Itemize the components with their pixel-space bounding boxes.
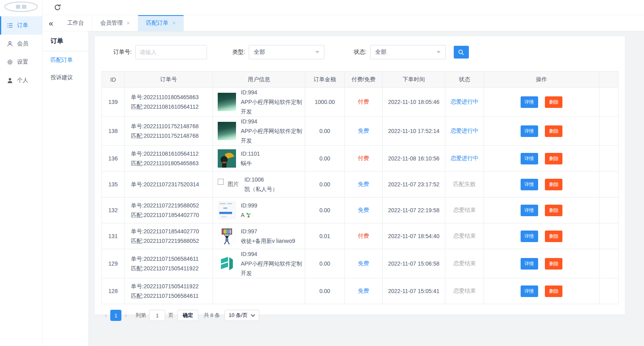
- confirm-button[interactable]: 确定: [178, 310, 198, 321]
- order-status: 匹配失败: [445, 172, 484, 197]
- detail-button[interactable]: 详情: [521, 153, 538, 164]
- content-card: 订单号: 类型: 全部 状态: 全部: [95, 36, 625, 315]
- refresh-icon[interactable]: [54, 4, 61, 11]
- sidebar-item-profile[interactable]: 个人: [0, 71, 42, 90]
- order-id: 135: [102, 172, 125, 197]
- delete-button[interactable]: 删除: [545, 125, 562, 137]
- order-no-label: 订单号:: [113, 49, 132, 56]
- order-id: 131: [102, 223, 125, 249]
- collapse-tabs-icon[interactable]: «: [43, 15, 59, 31]
- delete-button[interactable]: 删除: [545, 285, 562, 297]
- order-no: 单号:202211071506584611: [131, 254, 210, 264]
- delete-button[interactable]: 删除: [545, 179, 562, 190]
- order-amount: 0.00: [305, 278, 345, 304]
- tab-label: 工作台: [67, 20, 84, 27]
- sidebar-item-label: 设置: [17, 59, 28, 66]
- tab-label: 会员管理: [100, 20, 123, 27]
- order-time: 2022-11-07 23:17:52: [382, 172, 445, 197]
- col-header-actions: 操作: [484, 72, 599, 88]
- detail-button[interactable]: 详情: [521, 285, 538, 297]
- type-label: 类型:: [232, 49, 245, 56]
- sidebar-item-orders[interactable]: 订单: [0, 16, 42, 35]
- chevron-down-icon: [315, 51, 319, 53]
- empty-cell: [599, 88, 619, 117]
- match-no: 匹配:202211071854402770: [131, 210, 210, 220]
- table-header-row: ID 订单号 用户信息 订单金额 付费/免费 下单时间 状态 操作: [102, 72, 619, 88]
- close-icon[interactable]: ×: [172, 20, 176, 26]
- match-no: 匹配:202211071505411922: [131, 264, 210, 273]
- empty-cell: [599, 117, 619, 146]
- fee-type: 免费: [345, 278, 382, 304]
- order-status: 恋爱结束: [445, 278, 484, 304]
- user-id: ID:999: [241, 201, 257, 210]
- delete-button[interactable]: 删除: [545, 205, 562, 216]
- empty-cell: [599, 146, 619, 172]
- table-row: 129 单号:202211071506584611 匹配:20221107150…: [102, 249, 619, 278]
- order-id: 136: [102, 146, 125, 172]
- col-header-order-no: 订单号: [125, 72, 213, 88]
- sidebar-item-label: 个人: [17, 77, 28, 84]
- table-row: 135 单号:202211072317520314 图片 ID:1006: [102, 172, 619, 197]
- order-time: 2022-11-07 15:05:41: [382, 278, 445, 304]
- prev-page-icon[interactable]: ‹: [101, 311, 110, 320]
- detail-button[interactable]: 详情: [521, 125, 538, 137]
- delete-button[interactable]: 删除: [545, 96, 562, 108]
- type-select[interactable]: 全部: [249, 45, 324, 59]
- broken-image-icon: [218, 179, 224, 185]
- fee-type: 免费: [345, 117, 382, 146]
- tabbar: « 工作台 会员管理 × 匹配订单 ×: [43, 15, 644, 31]
- user-name: 凯（私人号）: [244, 184, 278, 194]
- close-icon[interactable]: ×: [127, 20, 130, 26]
- status-select[interactable]: 全部: [370, 45, 446, 59]
- page-size-select[interactable]: 10 条/页: [224, 310, 259, 321]
- col-header-time: 下单时间: [382, 72, 445, 88]
- fee-type: 付费: [345, 223, 382, 249]
- order-amount: 0.00: [305, 172, 345, 197]
- match-no: 匹配:202211101805465863: [131, 158, 210, 168]
- order-no: 单号:202211101805465863: [131, 92, 210, 102]
- submenu-panel: 订单 匹配订单 投诉建议: [43, 31, 89, 346]
- primary-sidebar: 订单 会员 设置: [0, 0, 43, 346]
- tab-workbench[interactable]: 工作台: [59, 15, 92, 31]
- page-number-button[interactable]: 1: [110, 310, 121, 321]
- delete-button[interactable]: 删除: [545, 231, 562, 242]
- submenu-item-match-orders[interactable]: 匹配订单: [43, 51, 88, 69]
- goto-page-input[interactable]: [149, 310, 165, 321]
- order-amount: 0.00: [305, 146, 345, 172]
- detail-button[interactable]: 详情: [521, 258, 538, 270]
- tab-match-orders[interactable]: 匹配订单 ×: [138, 15, 184, 31]
- goto-label: 到第: [136, 312, 146, 319]
- empty-cell: [599, 249, 619, 278]
- user-id: ID:997: [241, 227, 295, 236]
- delete-button[interactable]: 删除: [545, 153, 562, 164]
- sidebar-item-members[interactable]: 会员: [0, 35, 42, 53]
- order-no: 单号:202211072317520314: [131, 180, 210, 189]
- sidebar-item-settings[interactable]: 设置: [0, 53, 42, 71]
- delete-button[interactable]: 删除: [545, 258, 562, 270]
- search-button[interactable]: [454, 46, 469, 59]
- order-no: 单号:202211081610564112: [131, 149, 210, 158]
- next-page-icon[interactable]: ›: [121, 311, 130, 320]
- order-time: 2022-11-08 16:10:56: [382, 146, 445, 172]
- user-name: APP小程序网站软件定制开发: [241, 259, 302, 278]
- fee-type: 付费: [345, 88, 382, 117]
- search-icon: [458, 49, 464, 56]
- detail-button[interactable]: 详情: [521, 231, 538, 242]
- tab-member-management[interactable]: 会员管理 ×: [92, 15, 138, 31]
- app-root: 订单 会员 设置: [0, 0, 644, 346]
- detail-button[interactable]: 详情: [521, 205, 538, 216]
- table-row: 136 单号:202211081610564112 匹配:20221110180…: [102, 146, 619, 172]
- order-time: 2022-11-07 22:19:58: [382, 197, 445, 223]
- submenu-item-complaints[interactable]: 投诉建议: [43, 69, 88, 86]
- filter-bar: 订单号: 类型: 全部 状态: 全部: [95, 36, 625, 59]
- type-select-value: 全部: [254, 49, 265, 56]
- order-time: 2022-11-10 18:05:46: [382, 88, 445, 117]
- fee-type: 免费: [345, 249, 382, 278]
- order-id: 132: [102, 197, 125, 223]
- order-no-input[interactable]: [135, 45, 207, 59]
- pagination: ‹ 1 › 到第 页 确定 共 8 条 10 条/页: [101, 310, 625, 321]
- gear-icon: [6, 59, 14, 66]
- detail-button[interactable]: 详情: [521, 179, 538, 190]
- tab-label: 匹配订单: [146, 20, 168, 27]
- detail-button[interactable]: 详情: [521, 96, 538, 108]
